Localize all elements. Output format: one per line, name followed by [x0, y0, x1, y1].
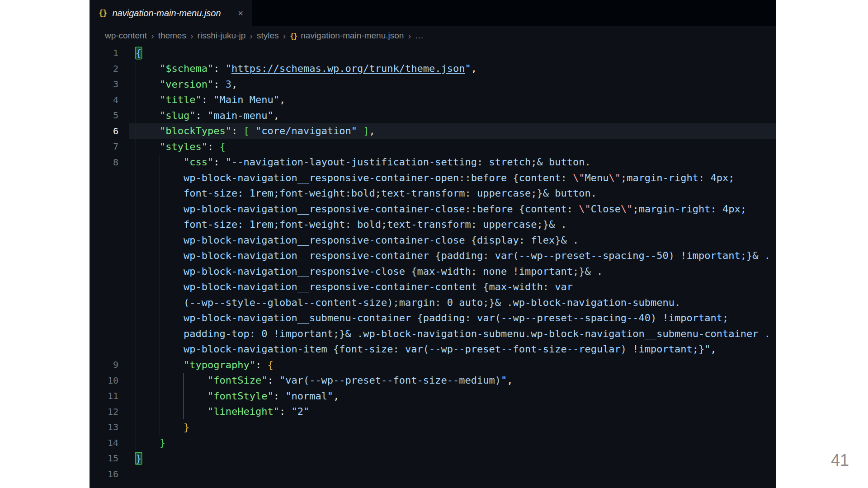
close-icon[interactable]: × [238, 9, 243, 18]
code-text: wp-block-navigation__responsive-containe… [136, 172, 735, 183]
code-text: wp-block-navigation-item {font-size: var… [136, 343, 717, 355]
breadcrumb-separator: › [190, 31, 193, 41]
breadcrumb-separator: › [408, 31, 411, 41]
breadcrumb-item-themes[interactable]: themes [158, 31, 186, 41]
empty-tab-strip [252, 0, 776, 26]
code-text: wp-block-navigation__responsive-containe… [136, 235, 579, 246]
line-number[interactable]: 10 [90, 375, 118, 386]
code-text: "lineHeight": "2" [136, 406, 309, 417]
code-line[interactable]: 15} [90, 450, 776, 466]
code-line[interactable]: 3 "version": 3, [90, 76, 776, 92]
code-line[interactable]: 13 } [90, 419, 776, 435]
line-number[interactable]: 12 [90, 406, 118, 417]
code-line-continuation[interactable]: wp-block-navigation__responsive-close {m… [90, 263, 776, 279]
code-line[interactable]: 4 "title": "Main Menu", [90, 92, 776, 108]
tab-bar: {} navigation-main-menu.json × [90, 0, 776, 26]
code-text: "styles": { [136, 141, 226, 152]
breadcrumb-item-navigation-main-menu-json[interactable]: {} navigation-main-menu.json [290, 31, 404, 41]
code-line-continuation[interactable]: padding-top: 0 !important;}& .wp-block-n… [90, 326, 776, 342]
line-number[interactable]: 14 [90, 437, 118, 448]
breadcrumb-item-wp-content[interactable]: wp-content [105, 31, 147, 41]
code-text: "css": "--navigation-layout-justificatio… [136, 156, 591, 168]
breadcrumb-separator: › [283, 31, 286, 41]
code-editor-window: {} navigation-main-menu.json × wp-conten… [90, 0, 776, 488]
code-text: } [136, 437, 165, 448]
code-line-continuation[interactable]: wp-block-navigation__submenu-container {… [90, 310, 776, 326]
line-number[interactable]: 7 [90, 141, 118, 152]
code-line-continuation[interactable]: wp-block-navigation__responsive-containe… [90, 232, 776, 248]
json-file-icon: {} [290, 32, 301, 40]
code-text: { [136, 47, 142, 59]
code-line[interactable]: 9 "typography": { [90, 357, 776, 373]
code-text: "typography": { [136, 359, 274, 371]
code-line-continuation[interactable]: wp-block-navigation__responsive-containe… [90, 201, 776, 217]
breadcrumb-item-styles[interactable]: styles [257, 31, 279, 41]
code-text: wp-block-navigation__responsive-containe… [136, 203, 746, 215]
line-number[interactable]: 2 [90, 63, 118, 74]
line-number[interactable]: 4 [90, 94, 118, 105]
code-line[interactable]: 8 "css": "--navigation-layout-justificat… [90, 155, 776, 170]
code-line[interactable]: 5 "slug": "main-menu", [90, 108, 776, 123]
code-line-continuation[interactable]: wp-block-navigation__responsive-containe… [90, 279, 776, 295]
json-file-icon: {} [99, 9, 107, 18]
line-number[interactable]: 11 [90, 390, 118, 401]
line-number[interactable]: 1 [90, 47, 118, 58]
line-number[interactable]: 8 [90, 157, 118, 168]
code-line[interactable]: 1{ [90, 45, 776, 61]
code-text: "version": 3, [136, 79, 237, 90]
line-number[interactable]: 16 [90, 469, 118, 479]
code-text: } [136, 422, 189, 433]
code-line-continuation[interactable]: font-size: 1rem;font-weight:bold;text-tr… [90, 186, 776, 202]
code-text: wp-block-navigation__responsive-close {m… [136, 266, 603, 277]
line-number[interactable]: 15 [90, 453, 118, 464]
code-text: font-size: 1rem;font-weight:bold;text-tr… [136, 188, 597, 199]
code-line[interactable]: 6 "blockTypes": [ "core/navigation" ], [90, 123, 776, 139]
code-text: (--wp--style--global--content-size);marg… [136, 297, 680, 308]
code-text: "slug": "main-menu", [136, 110, 279, 121]
line-number[interactable]: 6 [90, 126, 118, 136]
tab-label: navigation-main-menu.json [112, 8, 232, 19]
code-line-continuation[interactable]: font-size: 1rem;font-weight: bold;text-t… [90, 217, 776, 233]
code-line[interactable]: 16 [90, 466, 776, 482]
breadcrumb-separator: › [250, 31, 253, 41]
code-text: wp-block-navigation__responsive-containe… [136, 281, 573, 292]
breadcrumb-item-risshi-juku-jp[interactable]: risshi-juku-jp [198, 31, 246, 41]
breadcrumb-separator: › [151, 31, 154, 41]
code-text: wp-block-navigation__responsive-containe… [136, 250, 770, 261]
tab-navigation-main-menu-json[interactable]: {} navigation-main-menu.json × [90, 0, 252, 26]
code-line-continuation[interactable]: wp-block-navigation__responsive-containe… [90, 248, 776, 264]
breadcrumb: wp-content›themes›risshi-juku-jp›styles›… [90, 26, 776, 45]
code-text: } [136, 453, 142, 464]
line-number[interactable]: 5 [90, 110, 118, 121]
code-line[interactable]: 7 "styles": { [90, 139, 776, 155]
line-number[interactable]: 13 [90, 422, 118, 432]
code-line[interactable]: 2 "$schema": "https://schemas.wp.org/tru… [90, 61, 776, 77]
breadcrumb-item--[interactable]: … [415, 31, 424, 41]
code-text: wp-block-navigation__submenu-container {… [136, 312, 728, 324]
line-number[interactable]: 3 [90, 79, 118, 89]
code-text: "fontSize": "var(--wp--preset--font-size… [136, 375, 513, 386]
code-line[interactable]: 11 "fontStyle": "normal", [90, 388, 776, 404]
code-line-continuation[interactable]: wp-block-navigation-item {font-size: var… [90, 342, 776, 357]
slide-page-number: 41 [831, 451, 849, 470]
code-text: "blockTypes": [ "core/navigation" ], [136, 125, 375, 136]
code-text: font-size: 1rem;font-weight: bold;text-t… [136, 219, 567, 230]
code-text: padding-top: 0 !important;}& .wp-block-n… [136, 328, 770, 339]
code-area[interactable]: 1{2 "$schema": "https://schemas.wp.org/t… [90, 45, 776, 482]
code-line[interactable]: 12 "lineHeight": "2" [90, 404, 776, 420]
code-text: "$schema": "https://schemas.wp.org/trunk… [136, 63, 477, 74]
code-text: "fontStyle": "normal", [136, 390, 339, 402]
code-line-continuation[interactable]: (--wp--style--global--content-size);marg… [90, 295, 776, 310]
code-line-continuation[interactable]: wp-block-navigation__responsive-containe… [90, 170, 776, 186]
code-line[interactable]: 10 "fontSize": "var(--wp--preset--font-s… [90, 373, 776, 389]
line-number[interactable]: 9 [90, 359, 118, 370]
code-text: "title": "Main Menu", [136, 94, 285, 105]
code-line[interactable]: 14 } [90, 435, 776, 451]
